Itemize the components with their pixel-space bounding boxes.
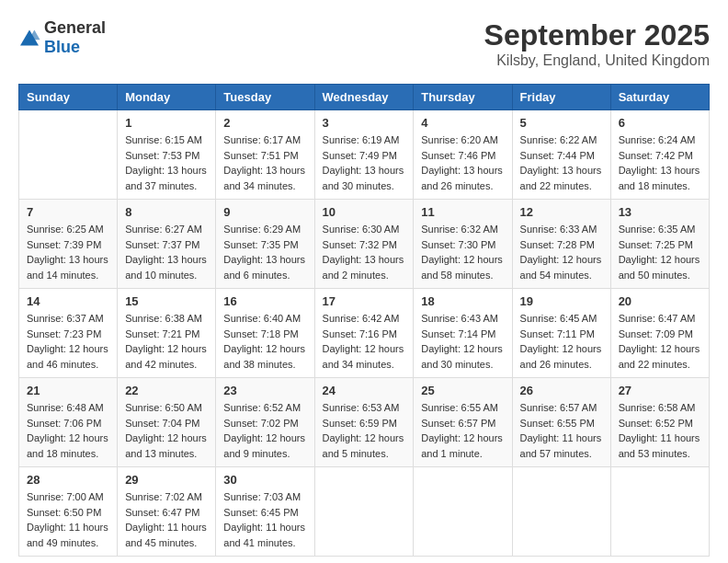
title-section: September 2025 Kilsby, England, United K…: [484, 18, 710, 69]
daylight-label: Daylight: 11 hours and 53 minutes.: [619, 432, 700, 459]
calendar-table: SundayMondayTuesdayWednesdayThursdayFrid…: [18, 84, 710, 557]
day-number: 26: [520, 384, 603, 397]
calendar-cell: 3 Sunrise: 6:19 AM Sunset: 7:49 PM Dayli…: [314, 110, 414, 200]
calendar-cell: 30 Sunrise: 7:03 AM Sunset: 6:45 PM Dayl…: [216, 467, 314, 557]
sunrise-label: Sunrise: 6:58 AM: [619, 402, 696, 413]
day-number: 6: [619, 116, 701, 130]
calendar-cell: [414, 467, 512, 557]
sunset-label: Sunset: 7:37 PM: [125, 239, 199, 250]
sunset-label: Sunset: 6:47 PM: [125, 507, 199, 518]
daylight-label: Daylight: 13 hours and 37 minutes.: [125, 165, 207, 191]
sunrise-label: Sunrise: 6:33 AM: [520, 224, 597, 235]
logo-general: General: [44, 18, 106, 37]
daylight-label: Daylight: 12 hours and 34 minutes.: [323, 343, 404, 370]
day-info: Sunrise: 7:03 AM Sunset: 6:45 PM Dayligh…: [223, 489, 306, 550]
day-number: 25: [421, 384, 504, 397]
sunrise-label: Sunrise: 6:48 AM: [27, 402, 104, 413]
sunset-label: Sunset: 7:46 PM: [421, 150, 495, 161]
daylight-label: Daylight: 13 hours and 18 minutes.: [619, 165, 700, 191]
sunset-label: Sunset: 6:52 PM: [619, 418, 693, 429]
calendar-cell: 25 Sunrise: 6:55 AM Sunset: 6:57 PM Dayl…: [414, 378, 512, 467]
daylight-label: Daylight: 13 hours and 2 minutes.: [323, 254, 404, 281]
calendar-cell: 5 Sunrise: 6:22 AM Sunset: 7:44 PM Dayli…: [512, 110, 610, 200]
day-info: Sunrise: 7:00 AM Sunset: 6:50 PM Dayligh…: [27, 489, 109, 550]
daylight-label: Daylight: 13 hours and 26 minutes.: [421, 165, 503, 191]
day-info: Sunrise: 6:22 AM Sunset: 7:44 PM Dayligh…: [520, 132, 603, 193]
calendar-cell: 7 Sunrise: 6:25 AM Sunset: 7:39 PM Dayli…: [19, 200, 118, 289]
weekday-header-wednesday: Wednesday: [314, 85, 414, 110]
calendar-cell: 11 Sunrise: 6:32 AM Sunset: 7:30 PM Dayl…: [414, 200, 512, 289]
sunset-label: Sunset: 6:45 PM: [223, 507, 298, 518]
day-number: 24: [323, 384, 406, 397]
day-number: 2: [223, 116, 306, 130]
sunrise-label: Sunrise: 6:24 AM: [619, 134, 696, 145]
daylight-label: Daylight: 12 hours and 54 minutes.: [520, 254, 602, 281]
day-number: 21: [27, 384, 109, 397]
day-number: 18: [421, 294, 504, 308]
sunset-label: Sunset: 6:59 PM: [323, 418, 397, 429]
sunrise-label: Sunrise: 6:30 AM: [323, 224, 400, 235]
day-info: Sunrise: 6:42 AM Sunset: 7:16 PM Dayligh…: [323, 311, 406, 372]
calendar-cell: 29 Sunrise: 7:02 AM Sunset: 6:47 PM Dayl…: [118, 467, 216, 557]
sunset-label: Sunset: 7:02 PM: [223, 418, 298, 429]
daylight-label: Daylight: 12 hours and 38 minutes.: [223, 343, 305, 370]
calendar-cell: 24 Sunrise: 6:53 AM Sunset: 6:59 PM Dayl…: [314, 378, 414, 467]
day-info: Sunrise: 6:27 AM Sunset: 7:37 PM Dayligh…: [125, 222, 208, 282]
daylight-label: Daylight: 12 hours and 58 minutes.: [421, 254, 503, 281]
calendar-header-row: SundayMondayTuesdayWednesdayThursdayFrid…: [19, 85, 710, 110]
day-number: 3: [323, 116, 406, 130]
daylight-label: Daylight: 11 hours and 41 minutes.: [223, 522, 305, 548]
day-number: 4: [421, 116, 504, 130]
calendar-cell: 1 Sunrise: 6:15 AM Sunset: 7:53 PM Dayli…: [118, 110, 216, 200]
week-row-2: 7 Sunrise: 6:25 AM Sunset: 7:39 PM Dayli…: [19, 200, 710, 289]
logo-blue: Blue: [44, 38, 80, 56]
day-info: Sunrise: 6:37 AM Sunset: 7:23 PM Dayligh…: [27, 311, 109, 372]
day-number: 22: [125, 384, 208, 397]
week-row-4: 21 Sunrise: 6:48 AM Sunset: 7:06 PM Dayl…: [19, 378, 710, 467]
day-info: Sunrise: 6:45 AM Sunset: 7:11 PM Dayligh…: [520, 311, 603, 372]
sunrise-label: Sunrise: 7:03 AM: [223, 491, 301, 502]
day-number: 8: [125, 205, 208, 219]
daylight-label: Daylight: 13 hours and 22 minutes.: [520, 165, 602, 191]
sunrise-label: Sunrise: 6:42 AM: [323, 313, 400, 324]
sunset-label: Sunset: 6:57 PM: [421, 418, 495, 429]
day-number: 5: [520, 116, 603, 130]
weekday-header-sunday: Sunday: [19, 85, 118, 110]
calendar-cell: [610, 467, 709, 557]
sunrise-label: Sunrise: 6:29 AM: [223, 224, 301, 235]
weekday-header-thursday: Thursday: [414, 85, 512, 110]
logo-text: General Blue: [44, 18, 106, 57]
sunset-label: Sunset: 7:44 PM: [520, 150, 595, 161]
calendar-cell: 23 Sunrise: 6:52 AM Sunset: 7:02 PM Dayl…: [216, 378, 314, 467]
logo-icon: [18, 29, 40, 47]
sunrise-label: Sunrise: 6:22 AM: [520, 134, 597, 145]
sunrise-label: Sunrise: 6:43 AM: [421, 313, 498, 324]
day-info: Sunrise: 6:52 AM Sunset: 7:02 PM Dayligh…: [223, 400, 306, 461]
sunrise-label: Sunrise: 6:53 AM: [323, 402, 400, 413]
day-info: Sunrise: 6:55 AM Sunset: 6:57 PM Dayligh…: [421, 400, 504, 461]
daylight-label: Daylight: 12 hours and 13 minutes.: [125, 432, 207, 459]
day-info: Sunrise: 7:02 AM Sunset: 6:47 PM Dayligh…: [125, 489, 208, 550]
logo: General Blue: [18, 18, 106, 57]
sunrise-label: Sunrise: 7:02 AM: [125, 491, 202, 502]
sunset-label: Sunset: 7:35 PM: [223, 239, 298, 250]
sunrise-label: Sunrise: 6:45 AM: [520, 313, 597, 324]
calendar-cell: 10 Sunrise: 6:30 AM Sunset: 7:32 PM Dayl…: [314, 200, 414, 289]
sunset-label: Sunset: 7:30 PM: [421, 239, 495, 250]
day-number: 19: [520, 294, 603, 308]
calendar-cell: [314, 467, 414, 557]
sunrise-label: Sunrise: 6:27 AM: [125, 224, 202, 235]
day-info: Sunrise: 6:15 AM Sunset: 7:53 PM Dayligh…: [125, 132, 208, 193]
daylight-label: Daylight: 13 hours and 14 minutes.: [27, 254, 108, 281]
daylight-label: Daylight: 12 hours and 9 minutes.: [223, 432, 305, 459]
day-number: 17: [323, 294, 406, 308]
sunrise-label: Sunrise: 6:52 AM: [223, 402, 301, 413]
sunrise-label: Sunrise: 6:17 AM: [223, 134, 301, 145]
sunset-label: Sunset: 7:11 PM: [520, 328, 595, 339]
daylight-label: Daylight: 12 hours and 46 minutes.: [27, 343, 108, 370]
daylight-label: Daylight: 13 hours and 6 minutes.: [223, 254, 305, 281]
day-number: 16: [223, 294, 306, 308]
sunrise-label: Sunrise: 6:35 AM: [619, 224, 696, 235]
sunrise-label: Sunrise: 6:25 AM: [27, 224, 104, 235]
day-number: 11: [421, 205, 504, 219]
